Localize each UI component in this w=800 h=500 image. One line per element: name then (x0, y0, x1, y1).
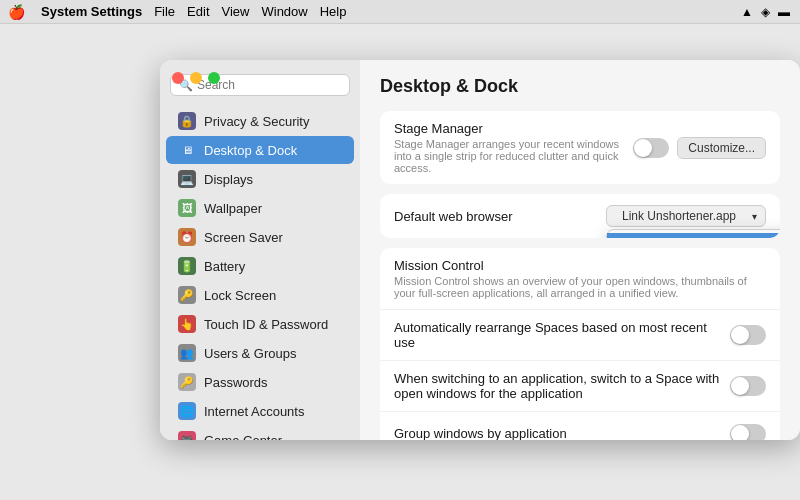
sidebar-item-gamecenter[interactable]: 🎮Game Center (166, 426, 354, 440)
sidebar-item-screensaver[interactable]: ⏰Screen Saver (166, 223, 354, 251)
passwords-icon: 🔑 (178, 373, 196, 391)
sidebar-item-internet[interactable]: 🌐Internet Accounts (166, 397, 354, 425)
sidebar-item-lock[interactable]: 🔑Lock Screen (166, 281, 354, 309)
menubar: 🍎 System Settings File Edit View Window … (0, 0, 800, 24)
sidebar-item-passwords[interactable]: 🔑Passwords (166, 368, 354, 396)
toggle-knob (731, 425, 749, 441)
browser-dropdown-button[interactable]: Link Unshortener.app (606, 205, 766, 227)
battery-icon: ▬ (778, 5, 790, 19)
sidebar: 🔍 🔒Privacy & Security🖥Desktop & Dock💻Dis… (160, 60, 360, 440)
sidebar-item-label-screensaver: Screen Saver (204, 230, 283, 245)
page-title: Desktop & Dock (380, 76, 780, 97)
battery-icon: 🔋 (178, 257, 196, 275)
mission-control-label-group: Mission Control Mission Control shows an… (394, 258, 766, 299)
sidebar-item-label-internet: Internet Accounts (204, 404, 304, 419)
menubar-left: 🍎 System Settings File Edit View Window … (8, 4, 346, 20)
close-button[interactable] (172, 72, 184, 84)
auto-rearrange-row: Automatically rearrange Spaces based on … (380, 310, 780, 361)
menubar-app-name[interactable]: System Settings (41, 4, 142, 19)
bluetooth-icon: ◈ (761, 5, 770, 19)
touchid-icon: 👆 (178, 315, 196, 333)
toggle-knob (731, 377, 749, 395)
sidebar-item-label-passwords: Passwords (204, 375, 268, 390)
gamecenter-icon: 🎮 (178, 431, 196, 440)
mission-control-desc: Mission Control shows an overview of you… (394, 275, 766, 299)
group-windows-label: Group windows by application (394, 426, 730, 440)
switch-space-toggle[interactable] (730, 376, 766, 396)
auto-rearrange-toggle[interactable] (730, 325, 766, 345)
browser-label: Default web browser (394, 209, 606, 224)
mission-control-section: Mission Control Mission Control shows an… (380, 248, 780, 440)
auto-rearrange-label: Automatically rearrange Spaces based on … (394, 320, 730, 350)
menubar-window[interactable]: Window (261, 4, 307, 19)
sidebar-item-label-gamecenter: Game Center (204, 433, 282, 441)
switch-space-label: When switching to an application, switch… (394, 371, 730, 401)
sidebar-item-users[interactable]: 👥Users & Groups (166, 339, 354, 367)
stage-manager-label: Stage Manager (394, 121, 633, 136)
wifi-icon: ▲ (741, 5, 753, 19)
toggle-knob (731, 326, 749, 344)
stage-manager-toggle[interactable] (633, 138, 669, 158)
browser-dropdown-container: Link Unshortener.app ✓Link Unshortener.a… (606, 205, 766, 227)
apple-logo-icon[interactable]: 🍎 (8, 4, 25, 20)
privacy-icon: 🔒 (178, 112, 196, 130)
sidebar-item-privacy[interactable]: 🔒Privacy & Security (166, 107, 354, 135)
sidebar-item-label-touchid: Touch ID & Password (204, 317, 328, 332)
menubar-file[interactable]: File (154, 4, 175, 19)
content-area: Desktop & Dock Stage Manager Stage Manag… (360, 60, 800, 440)
toggle-knob (634, 139, 652, 157)
menubar-right: ▲ ◈ ▬ (741, 5, 790, 19)
stage-manager-label-group: Stage Manager Stage Manager arranges you… (394, 121, 633, 174)
sidebar-item-label-battery: Battery (204, 259, 245, 274)
sidebar-item-touchid[interactable]: 👆Touch ID & Password (166, 310, 354, 338)
sidebar-item-label-desktop: Desktop & Dock (204, 143, 297, 158)
screensaver-icon: ⏰ (178, 228, 196, 246)
switch-space-row: When switching to an application, switch… (380, 361, 780, 412)
group-windows-toggle[interactable] (730, 424, 766, 441)
window-controls (172, 72, 220, 84)
sidebar-item-label-privacy: Privacy & Security (204, 114, 309, 129)
sidebar-items-container: 🔒Privacy & Security🖥Desktop & Dock💻Displ… (160, 106, 360, 440)
maximize-button[interactable] (208, 72, 220, 84)
users-icon: 👥 (178, 344, 196, 362)
mission-control-row: Mission Control Mission Control shows an… (380, 248, 780, 310)
stage-manager-controls: Customize... (633, 137, 766, 159)
sidebar-item-desktop[interactable]: 🖥Desktop & Dock (166, 136, 354, 164)
main-window: 🔍 🔒Privacy & Security🖥Desktop & Dock💻Dis… (160, 60, 800, 440)
browser-section: Default web browser Link Unshortener.app… (380, 194, 780, 238)
menubar-edit[interactable]: Edit (187, 4, 209, 19)
sidebar-item-wallpaper[interactable]: 🖼Wallpaper (166, 194, 354, 222)
group-windows-row: Group windows by application (380, 412, 780, 440)
mission-control-label: Mission Control (394, 258, 766, 273)
displays-icon: 💻 (178, 170, 196, 188)
sidebar-item-label-lock: Lock Screen (204, 288, 276, 303)
internet-icon: 🌐 (178, 402, 196, 420)
stage-manager-desc: Stage Manager arranges your recent windo… (394, 138, 633, 174)
menubar-view[interactable]: View (222, 4, 250, 19)
menubar-help[interactable]: Help (320, 4, 347, 19)
browser-row: Default web browser Link Unshortener.app… (380, 194, 780, 238)
browser-dropdown-menu: ✓Link Unshortener.appGoogle Chrome.appPr… (606, 229, 780, 238)
stage-manager-row: Stage Manager Stage Manager arranges you… (380, 111, 780, 184)
stage-manager-customize-button[interactable]: Customize... (677, 137, 766, 159)
stage-manager-section: Stage Manager Stage Manager arranges you… (380, 111, 780, 184)
sidebar-item-battery[interactable]: 🔋Battery (166, 252, 354, 280)
sidebar-item-label-users: Users & Groups (204, 346, 296, 361)
wallpaper-icon: 🖼 (178, 199, 196, 217)
desktop-icon: 🖥 (178, 141, 196, 159)
lock-icon: 🔑 (178, 286, 196, 304)
sidebar-item-displays[interactable]: 💻Displays (166, 165, 354, 193)
sidebar-item-label-wallpaper: Wallpaper (204, 201, 262, 216)
dropdown-item-link-unshortener[interactable]: ✓Link Unshortener.app (607, 233, 780, 238)
sidebar-item-label-displays: Displays (204, 172, 253, 187)
minimize-button[interactable] (190, 72, 202, 84)
